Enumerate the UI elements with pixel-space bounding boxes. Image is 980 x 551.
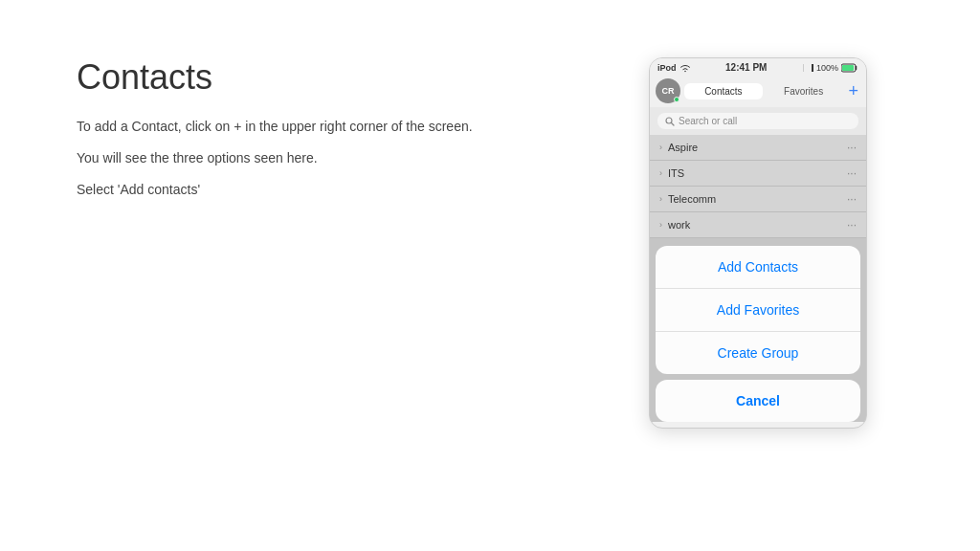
- group-name: ITS: [668, 167, 847, 179]
- avatar-initials: CR: [662, 86, 675, 96]
- add-contacts-button[interactable]: Add Contacts: [656, 246, 860, 289]
- page-title: Contacts: [77, 57, 479, 98]
- more-icon[interactable]: ···: [847, 141, 857, 154]
- nav-bar: CR Contacts Favorites +: [650, 75, 866, 107]
- chevron-icon: ›: [659, 143, 662, 152]
- status-bar: iPod 12:41 PM 100%: [650, 58, 866, 75]
- more-icon[interactable]: ···: [847, 166, 857, 180]
- tab-contacts[interactable]: Contacts: [684, 83, 763, 99]
- action-sheet-overlay: Add Contacts Add Favorites Create Group …: [650, 238, 866, 422]
- action-sheet: Add Contacts Add Favorites Create Group: [656, 246, 860, 374]
- status-right: 100%: [802, 63, 858, 73]
- instruction-3: Select 'Add contacts': [77, 180, 479, 200]
- instruction-1: To add a Contact, click on + in the uppe…: [77, 117, 479, 137]
- status-time: 12:41 PM: [725, 62, 767, 73]
- avatar-status-dot: [674, 97, 679, 102]
- search-icon: [665, 117, 675, 126]
- nav-tabs: Contacts Favorites: [684, 83, 842, 99]
- chevron-icon: ›: [659, 194, 662, 204]
- avatar[interactable]: CR: [656, 78, 680, 103]
- list-item[interactable]: › Telecomm ···: [650, 187, 866, 212]
- status-left: iPod: [657, 63, 691, 73]
- tab-favorites[interactable]: Favorites: [765, 83, 843, 99]
- signal-icon: [802, 63, 813, 73]
- more-icon[interactable]: ···: [847, 192, 857, 206]
- more-icon[interactable]: ···: [847, 218, 857, 231]
- group-name: work: [668, 219, 847, 231]
- battery-level: 100%: [816, 63, 838, 73]
- wifi-icon: [679, 63, 691, 73]
- cancel-button[interactable]: Cancel: [656, 380, 860, 422]
- battery-icon: [841, 63, 858, 73]
- create-group-button[interactable]: Create Group: [656, 332, 860, 374]
- group-name: Aspire: [668, 142, 847, 153]
- mobile-device: iPod 12:41 PM 100%: [649, 57, 867, 429]
- list-item[interactable]: › work ···: [650, 212, 866, 238]
- group-name: Telecomm: [668, 193, 847, 205]
- search-bar: Search or call: [650, 107, 866, 135]
- device-name: iPod: [657, 63, 677, 73]
- instruction-2: You will see the three options seen here…: [77, 148, 479, 168]
- search-input[interactable]: Search or call: [657, 113, 858, 129]
- search-placeholder: Search or call: [679, 116, 737, 126]
- left-panel: Contacts To add a Contact, click on + in…: [0, 0, 536, 250]
- svg-rect-1: [842, 65, 854, 71]
- list-item[interactable]: › Aspire ···: [650, 135, 866, 161]
- list-item[interactable]: › ITS ···: [650, 161, 866, 187]
- add-favorites-button[interactable]: Add Favorites: [656, 289, 860, 332]
- add-button[interactable]: +: [846, 81, 860, 101]
- chevron-icon: ›: [659, 220, 662, 230]
- chevron-icon: ›: [659, 168, 662, 178]
- contacts-list: › Aspire ··· › ITS ··· › Telecomm ··· › …: [650, 135, 866, 238]
- svg-line-3: [672, 122, 675, 125]
- right-panel: iPod 12:41 PM 100%: [536, 0, 980, 429]
